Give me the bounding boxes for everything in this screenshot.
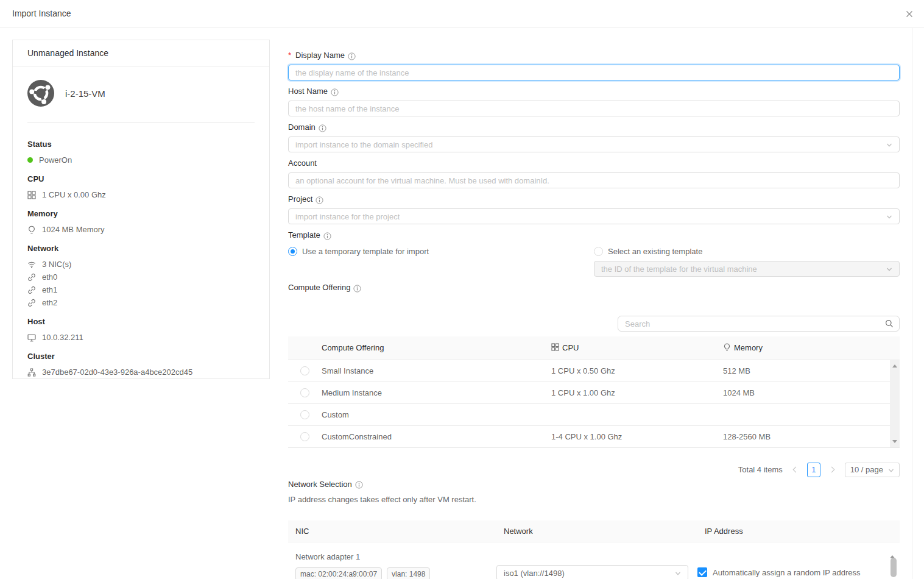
cpu-grid-icon [551, 343, 559, 353]
unmanaged-instance-card: Unmanaged Instance i-2-15-VM Status Powe… [12, 40, 270, 379]
domain-label: Domain [288, 121, 316, 133]
cluster-section: Cluster 3e7dbe67-02d0-43e3-926a-a4bce202… [27, 351, 255, 378]
info-icon[interactable] [323, 232, 331, 240]
offering-cpu: 1-4 CPU x 1.00 Ghz [551, 425, 723, 447]
nic-count: 3 NIC(s) [42, 258, 71, 271]
scroll-up-icon [890, 546, 895, 558]
table-row: Small Instance 1 CPU x 0.50 Ghz 512 MB [288, 360, 900, 382]
chevron-left-icon [792, 467, 799, 473]
auto-ip-checkbox[interactable] [697, 567, 707, 577]
offering-memory: 512 MB [723, 360, 900, 382]
chevron-down-icon [886, 213, 893, 221]
offering-name: Medium Instance [322, 382, 551, 403]
offering-memory: 1024 MB [723, 382, 900, 403]
cpu-grid-icon [27, 191, 36, 199]
row-radio[interactable] [300, 388, 309, 397]
domain-select-placeholder: import instance to the domain specified [295, 140, 432, 149]
memory-label: Memory [27, 208, 255, 219]
info-icon[interactable] [319, 124, 326, 132]
required-asterisk [288, 49, 291, 62]
project-label: Project [288, 193, 312, 205]
network-select-value: iso1 (vlan://1498) [504, 569, 565, 578]
page-scrollbar-divider [912, 28, 912, 579]
scroll-down-icon[interactable] [890, 438, 900, 446]
scrollbar-thumb[interactable] [890, 558, 897, 577]
offering-cpu [551, 403, 723, 425]
nic-eth1: eth1 [42, 283, 57, 296]
memory-value: 1024 MB Memory [42, 223, 105, 236]
vm-name: i-2-15-VM [65, 88, 105, 99]
network-selection-label: Network Selection [288, 478, 352, 491]
display-name-label: Display Name [295, 49, 345, 62]
chevron-down-icon [886, 266, 893, 273]
pagination-page-1[interactable]: 1 [807, 463, 820, 477]
import-form: Display Name Host Name Domain import ins… [288, 40, 900, 579]
wifi-icon [27, 260, 36, 269]
info-icon[interactable] [353, 284, 361, 292]
table-row: CustomConstrained 1-4 CPU x 1.00 Ghz 128… [288, 425, 900, 447]
network-selection-note: IP address changes takes effect only aft… [288, 494, 900, 506]
radio-existing-template[interactable]: Select an existing template [594, 244, 900, 258]
project-select[interactable]: import instance for the project [288, 208, 900, 224]
pagination-total: Total 4 items [738, 465, 783, 474]
offering-name: Small Instance [322, 360, 551, 382]
compute-offering-table: Compute Offering CPU Memory Small Instan… [288, 336, 900, 448]
account-item: Account [288, 157, 900, 188]
offering-name: Custom [322, 403, 551, 425]
modal-title: Import Instance [12, 9, 71, 18]
close-icon[interactable] [903, 8, 915, 20]
cluster-label: Cluster [27, 351, 255, 362]
cpu-value: 1 CPU x 0.00 Ghz [42, 188, 106, 201]
host-name-label: Host Name [288, 85, 328, 98]
page-size-select[interactable]: 10 / page [845, 463, 900, 477]
row-radio[interactable] [300, 366, 309, 375]
search-icon[interactable] [885, 319, 894, 330]
display-name-input[interactable] [288, 65, 900, 80]
info-icon[interactable] [331, 88, 339, 96]
domain-select[interactable]: import instance to the domain specified [288, 137, 900, 152]
host-name-input[interactable] [288, 101, 900, 116]
vlan-tag: vlan: 1498 [387, 567, 430, 579]
link-icon [27, 299, 36, 307]
table-header-row: Compute Offering CPU Memory [288, 336, 900, 360]
template-label: Template [288, 229, 320, 241]
pagination: Total 4 items 1 10 / page [288, 463, 900, 477]
cpu-label: CPU [27, 174, 255, 185]
chevron-down-icon [886, 141, 893, 149]
project-select-placeholder: import instance for the project [295, 212, 400, 221]
radio-temporary-template[interactable]: Use a temporary template for import [288, 244, 594, 258]
chevron-down-icon [674, 570, 682, 577]
nic-table: NIC Network IP Address Network adapter 1… [288, 520, 900, 579]
network-section: Network 3 NIC(s) eth0 eth1 eth2 [27, 243, 255, 309]
table-scrollbar[interactable] [890, 360, 900, 447]
modal-header: Import Instance [0, 0, 924, 27]
host-section: Host 10.0.32.211 [27, 316, 255, 344]
row-radio[interactable] [300, 432, 309, 441]
compute-offering-search-input[interactable] [618, 316, 900, 332]
auto-ip-label: Automatically assign a random IP address [713, 568, 861, 577]
table-row: Custom [288, 403, 900, 425]
table-row: Medium Instance 1 CPU x 1.00 Ghz 1024 MB [288, 382, 900, 403]
info-icon[interactable] [355, 480, 363, 488]
network-select[interactable]: iso1 (vlan://1498) [496, 565, 688, 579]
info-icon[interactable] [316, 196, 323, 204]
cluster-value: 3e7dbe67-02d0-43e3-926a-a4bce202cd45 [42, 366, 192, 378]
col-cpu: CPU [562, 343, 579, 352]
template-select[interactable]: the ID of the template for the virtual m… [594, 261, 900, 277]
col-compute-offering: Compute Offering [322, 336, 551, 360]
compute-offering-item: Compute Offering [288, 282, 900, 294]
scroll-up-icon[interactable] [890, 361, 900, 370]
radio-temporary-template-label: Use a temporary template for import [302, 247, 429, 256]
network-selection-item: Network Selection [288, 478, 900, 491]
account-input[interactable] [288, 172, 900, 188]
pagination-next-button[interactable] [825, 463, 840, 477]
nic-table-scrollbar[interactable] [890, 546, 897, 579]
pagination-prev-button[interactable] [788, 463, 802, 477]
network-label: Network [27, 243, 255, 254]
nic-row: Network adapter 1 mac: 02:00:24:a9:00:07… [288, 542, 900, 579]
info-icon[interactable] [348, 52, 356, 60]
card-title: Unmanaged Instance [13, 40, 269, 66]
nic-header-row: NIC Network IP Address [288, 520, 900, 542]
ubuntu-logo-icon [27, 80, 54, 107]
row-radio[interactable] [300, 410, 309, 419]
